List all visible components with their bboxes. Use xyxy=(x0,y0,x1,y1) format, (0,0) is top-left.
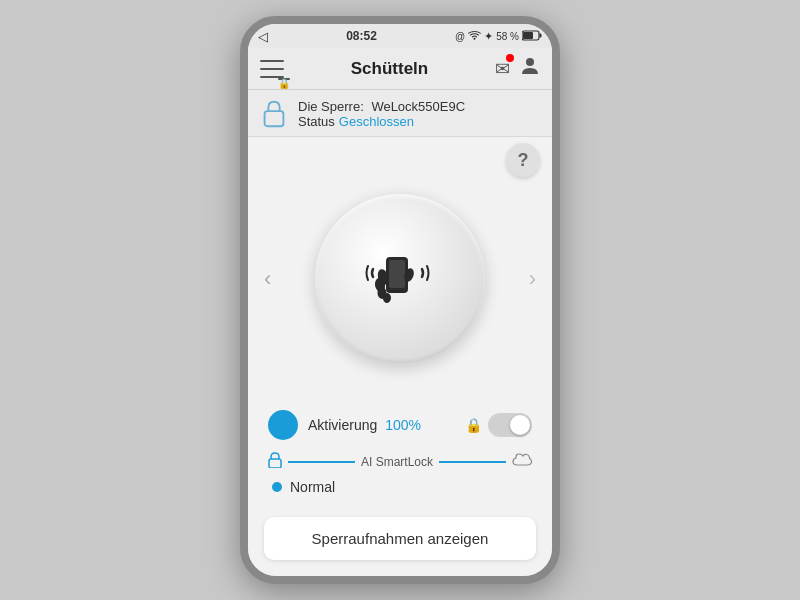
normal-label: Normal xyxy=(290,479,335,495)
back-icon: ◁ xyxy=(258,29,268,44)
chevron-left-icon[interactable]: ‹ xyxy=(264,266,271,292)
status-time: 08:52 xyxy=(346,29,377,43)
svg-rect-13 xyxy=(269,459,281,468)
mail-badge xyxy=(506,54,514,62)
location-icon: @ xyxy=(455,31,465,42)
smartlock-lock-icon xyxy=(268,452,282,471)
svg-rect-3 xyxy=(523,32,533,39)
toggle-switch[interactable] xyxy=(488,413,532,437)
header-right: ✉ xyxy=(495,56,540,81)
smartlock-cloud-icon xyxy=(512,453,532,470)
shake-button-container: ‹ xyxy=(264,147,536,410)
lock-icon-box xyxy=(260,98,288,130)
battery-icon xyxy=(522,30,542,43)
header-left: 🔒 xyxy=(260,60,284,78)
svg-point-4 xyxy=(526,58,534,66)
bluetooth-icon: ✦ xyxy=(484,30,493,43)
smartlock-row: AI SmartLock xyxy=(268,452,532,471)
smartlock-label: AI SmartLock xyxy=(361,455,433,469)
status-left: ◁ xyxy=(258,29,268,44)
lock-svg-icon xyxy=(260,98,288,130)
page-title: Schütteln xyxy=(284,59,495,79)
sperraufnahmen-button[interactable]: Sperraufnahmen anzeigen xyxy=(264,517,536,560)
status-value: Geschlossen xyxy=(339,114,414,129)
svg-point-0 xyxy=(474,37,476,39)
controls-area: Aktivierung 100% 🔒 xyxy=(264,410,536,507)
activation-label: Aktivierung 100% xyxy=(308,417,455,433)
toggle-lock-icon: 🔒 xyxy=(465,417,482,433)
toggle-thumb xyxy=(510,415,530,435)
toggle-container: 🔒 xyxy=(465,413,532,437)
smartlock-line-right xyxy=(439,461,506,463)
app-content: 🔒 Schütteln ✉ xyxy=(248,48,552,576)
lock-device-id: WeLock550E9C xyxy=(371,99,465,114)
main-area: ‹ xyxy=(248,137,552,517)
shake-svg-icon xyxy=(360,239,440,319)
battery-text: 58 % xyxy=(496,31,519,42)
mail-button[interactable]: ✉ xyxy=(495,58,510,80)
svg-rect-7 xyxy=(389,260,405,288)
help-button[interactable]: ? xyxy=(506,143,540,177)
lock-text: Die Sperre: WeLock550E9C Status Geschlos… xyxy=(298,99,540,129)
bottom-area: Sperraufnahmen anzeigen xyxy=(248,517,552,576)
status-label: Status xyxy=(298,114,335,129)
shake-button[interactable] xyxy=(315,194,485,364)
wifi-icon xyxy=(468,30,481,43)
activation-dot xyxy=(268,410,298,440)
activation-text: Aktivierung xyxy=(308,417,377,433)
activation-row: Aktivierung 100% 🔒 xyxy=(268,410,532,440)
normal-row: Normal xyxy=(268,479,532,495)
profile-button[interactable] xyxy=(520,56,540,81)
menu-lock-icon: 🔒 xyxy=(278,78,290,80)
normal-dot xyxy=(272,482,282,492)
phone-frame: ◁ 08:52 @ ✦ 58 % xyxy=(240,16,560,584)
status-bar: ◁ 08:52 @ ✦ 58 % xyxy=(248,24,552,48)
app-header: 🔒 Schütteln ✉ xyxy=(248,48,552,90)
activation-percent: 100% xyxy=(385,417,421,433)
lock-device-name: Die Sperre: WeLock550E9C xyxy=(298,99,540,114)
chevron-right-icon[interactable]: › xyxy=(529,266,536,292)
status-right: @ ✦ 58 % xyxy=(455,30,542,43)
lock-info-area: Die Sperre: WeLock550E9C Status Geschlos… xyxy=(248,90,552,137)
lock-status-row: Status Geschlossen xyxy=(298,114,540,129)
svg-rect-5 xyxy=(265,111,284,126)
lock-label: Die Sperre: xyxy=(298,99,364,114)
menu-button[interactable]: 🔒 xyxy=(260,60,284,78)
svg-rect-2 xyxy=(540,33,542,37)
smartlock-line-left xyxy=(288,461,355,463)
